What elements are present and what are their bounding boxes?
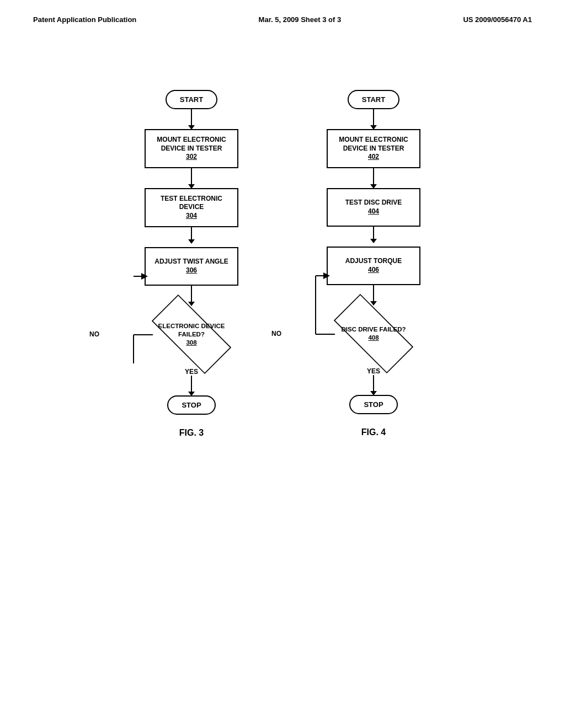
fig4-test-node: TEST DISC DRIVE404 xyxy=(327,188,420,227)
header-middle: Mar. 5, 2009 Sheet 3 of 3 xyxy=(259,15,342,24)
fig3-test-node: TEST ELECTRONICDEVICE304 xyxy=(145,188,238,227)
fig3-adjust-node: ADJUST TWIST ANGLE306 xyxy=(145,247,238,286)
fig3-arrow-5 xyxy=(191,376,192,395)
fig4-yes-label: YES xyxy=(367,367,380,375)
fig3-arrow-1 xyxy=(191,109,192,129)
diagrams-container: START MOUNT ELECTRONICDEVICE IN TESTER30… xyxy=(0,24,565,460)
fig4-arrow-2 xyxy=(373,168,374,188)
fig3-arrow-3-svg xyxy=(131,227,252,247)
fig3-yes-label: YES xyxy=(185,368,198,376)
fig4-arrow-5 xyxy=(373,375,374,395)
fig4-stop-node: STOP xyxy=(349,395,397,414)
fig4-no-label: NO xyxy=(271,330,281,338)
svg-marker-7 xyxy=(370,239,377,243)
fig3-arrow-4 xyxy=(191,286,192,306)
fig3-label: FIG. 3 xyxy=(179,428,204,438)
fig4-arrow-4 xyxy=(373,285,374,305)
fig3-decision-wrapper: NO ELECTRONIC DEVICEFAILED?308 xyxy=(122,306,260,363)
fig3-no-label: NO xyxy=(89,330,99,338)
fig3-mount-node: MOUNT ELECTRONICDEVICE IN TESTER302 xyxy=(145,129,238,168)
fig3-start-node: START xyxy=(166,90,217,109)
header-right: US 2009/0056470 A1 xyxy=(463,15,532,24)
fig3-flowchart: START MOUNT ELECTRONICDEVICE IN TESTER30… xyxy=(122,90,260,438)
fig4-label: FIG. 4 xyxy=(361,427,386,437)
fig4-arrow-3-svg xyxy=(313,227,434,247)
header-left: Patent Application Publication xyxy=(33,15,136,24)
fig4-arrow-1 xyxy=(373,109,374,129)
fig3-stop-node: STOP xyxy=(167,395,215,415)
page-header: Patent Application Publication Mar. 5, 2… xyxy=(0,0,565,24)
fig3-arrow-2 xyxy=(191,168,192,188)
fig4-adjust-node: ADJUST TORQUE406 xyxy=(327,247,420,285)
fig4-start-node: START xyxy=(348,90,399,109)
fig3-decision-node: ELECTRONIC DEVICEFAILED?308 xyxy=(136,307,247,362)
fig4-mount-node: MOUNT ELECTRONICDEVICE IN TESTER402 xyxy=(327,129,420,168)
fig4-decision-node: DISC DRIVE FAILED?408 xyxy=(318,306,429,361)
fig4-decision-wrapper: NO DISC DRIVE FAILED?408 xyxy=(305,305,443,363)
fig4-flowchart: START MOUNT ELECTRONICDEVICE IN TESTER40… xyxy=(305,90,443,438)
svg-marker-1 xyxy=(188,239,195,244)
